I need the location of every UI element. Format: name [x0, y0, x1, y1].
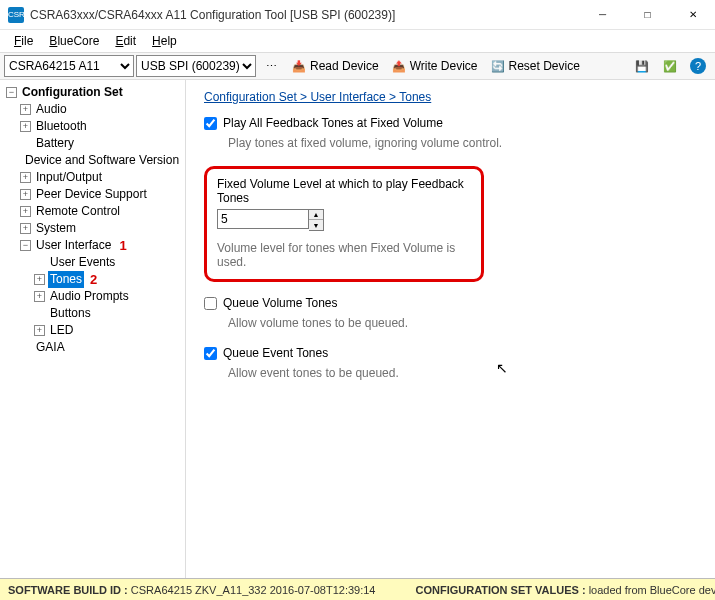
breadcrumb[interactable]: Configuration Set > User Interface > Ton… — [204, 90, 697, 104]
tree-item-remote-control[interactable]: +Remote Control — [18, 203, 183, 220]
help-icon: ? — [690, 58, 706, 74]
play-all-label: Play All Feedback Tones at Fixed Volume — [223, 116, 443, 130]
reset-device-button[interactable]: 🔄 Reset Device — [485, 55, 585, 77]
save-icon: 💾 — [634, 58, 650, 74]
spinner-down-icon[interactable]: ▼ — [309, 220, 323, 230]
expand-icon[interactable]: + — [34, 291, 45, 302]
maximize-button[interactable]: □ — [625, 0, 670, 30]
status-config: CONFIGURATION SET VALUES : loaded from B… — [415, 584, 715, 596]
write-icon: 📤 — [391, 58, 407, 74]
reset-device-label: Reset Device — [509, 59, 580, 73]
queue-volume-desc: Allow volume tones to be queued. — [228, 316, 697, 330]
ellipsis-icon: ⋯ — [263, 58, 279, 74]
queue-event-label: Queue Event Tones — [223, 346, 328, 360]
tree-item-buttons[interactable]: Buttons — [32, 305, 183, 322]
tree-item-system[interactable]: +System — [18, 220, 183, 237]
gear-icon: ✅ — [662, 58, 678, 74]
play-all-checkbox[interactable] — [204, 117, 217, 130]
expand-icon[interactable]: + — [20, 189, 31, 200]
expand-icon[interactable]: + — [20, 223, 31, 234]
tree-item-gaia[interactable]: GAIA — [18, 339, 183, 356]
write-device-label: Write Device — [410, 59, 478, 73]
main-area: − Configuration Set +Audio +Bluetooth Ba… — [0, 80, 715, 578]
fixed-volume-box: Fixed Volume Level at which to play Feed… — [204, 166, 484, 282]
expand-icon[interactable]: + — [20, 104, 31, 115]
collapse-icon[interactable]: − — [6, 87, 17, 98]
tree-item-device-sw[interactable]: Device and Software Version — [18, 152, 183, 169]
annotation-1: 1 — [119, 237, 126, 254]
spinner-up-icon[interactable]: ▲ — [309, 210, 323, 220]
chip-select[interactable]: CSRA64215 A11 — [4, 55, 134, 77]
save-button[interactable]: 💾 — [629, 55, 655, 77]
tree-panel: − Configuration Set +Audio +Bluetooth Ba… — [0, 80, 186, 578]
tree-item-battery[interactable]: Battery — [18, 135, 183, 152]
tree-item-user-interface[interactable]: − User Interface 1 — [18, 237, 183, 254]
tree-root[interactable]: − Configuration Set — [4, 84, 183, 101]
statusbar: SOFTWARE BUILD ID : CSRA64215 ZKV_A11_33… — [0, 578, 715, 600]
tree-item-led[interactable]: +LED — [32, 322, 183, 339]
tree-item-bluetooth[interactable]: +Bluetooth — [18, 118, 183, 135]
fixed-volume-input[interactable] — [217, 209, 309, 229]
transport-select[interactable]: USB SPI (600239) — [136, 55, 256, 77]
fixed-volume-spinner[interactable]: ▲ ▼ — [309, 209, 324, 231]
tree-item-input-output[interactable]: +Input/Output — [18, 169, 183, 186]
status-build: SOFTWARE BUILD ID : CSRA64215 ZKV_A11_33… — [8, 584, 375, 596]
group-queue-volume: Queue Volume Tones Allow volume tones to… — [204, 296, 697, 330]
tree-item-tones[interactable]: + Tones 2 — [32, 271, 183, 288]
menu-file[interactable]: File — [6, 32, 41, 50]
queue-event-desc: Allow event tones to be queued. — [228, 366, 697, 380]
menu-edit[interactable]: Edit — [107, 32, 144, 50]
tree-item-audio[interactable]: +Audio — [18, 101, 183, 118]
window-title: CSRA63xxx/CSRA64xxx A11 Configuration To… — [30, 8, 580, 22]
tree-item-user-events[interactable]: User Events — [32, 254, 183, 271]
fixed-volume-label: Fixed Volume Level at which to play Feed… — [217, 177, 471, 205]
tree-root-label: Configuration Set — [20, 84, 125, 101]
expand-icon[interactable]: + — [34, 274, 45, 285]
expand-icon[interactable]: + — [20, 206, 31, 217]
options-button[interactable]: ✅ — [657, 55, 683, 77]
read-device-button[interactable]: 📥 Read Device — [286, 55, 384, 77]
expand-icon[interactable]: + — [20, 172, 31, 183]
queue-event-checkbox[interactable] — [204, 347, 217, 360]
transport-browse-button[interactable]: ⋯ — [258, 55, 284, 77]
minimize-button[interactable]: ─ — [580, 0, 625, 30]
tree-item-audio-prompts[interactable]: +Audio Prompts — [32, 288, 183, 305]
titlebar: CSR CSRA63xxx/CSRA64xxx A11 Configuratio… — [0, 0, 715, 30]
menu-help[interactable]: Help — [144, 32, 185, 50]
read-icon: 📥 — [291, 58, 307, 74]
queue-volume-label: Queue Volume Tones — [223, 296, 338, 310]
group-play-all: Play All Feedback Tones at Fixed Volume … — [204, 116, 697, 150]
expand-icon[interactable]: + — [34, 325, 45, 336]
read-device-label: Read Device — [310, 59, 379, 73]
content-panel: Configuration Set > User Interface > Ton… — [186, 80, 715, 578]
play-all-desc: Play tones at fixed volume, ignoring vol… — [228, 136, 697, 150]
group-queue-event: Queue Event Tones Allow event tones to b… — [204, 346, 697, 380]
expand-icon[interactable]: + — [20, 121, 31, 132]
tree-item-peer-device[interactable]: +Peer Device Support — [18, 186, 183, 203]
annotation-2: 2 — [90, 271, 97, 288]
close-button[interactable]: ✕ — [670, 0, 715, 30]
menu-bluecore[interactable]: BlueCore — [41, 32, 107, 50]
fixed-volume-desc: Volume level for tones when Fixed Volume… — [217, 241, 471, 269]
collapse-icon[interactable]: − — [20, 240, 31, 251]
toolbar: CSRA64215 A11 USB SPI (600239) ⋯ 📥 Read … — [0, 52, 715, 80]
menubar: File BlueCore Edit Help — [0, 30, 715, 52]
write-device-button[interactable]: 📤 Write Device — [386, 55, 483, 77]
queue-volume-checkbox[interactable] — [204, 297, 217, 310]
reset-icon: 🔄 — [490, 58, 506, 74]
help-button[interactable]: ? — [685, 55, 711, 77]
app-icon: CSR — [8, 7, 24, 23]
